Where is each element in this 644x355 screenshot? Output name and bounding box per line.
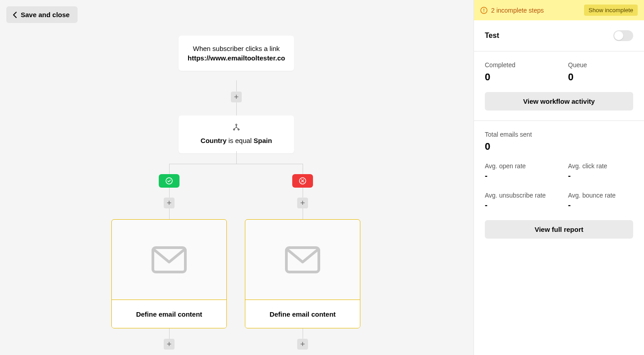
connector [169, 188, 170, 198]
trigger-link: https://www.emailtooltester.co [188, 53, 285, 63]
condition-text: Country is equal Spain [188, 137, 285, 144]
trigger-node[interactable]: When subscriber clicks a link https://ww… [179, 36, 294, 71]
view-activity-button[interactable]: View workflow activity [485, 92, 633, 111]
workflow-canvas: When subscriber clicks a link https://ww… [0, 0, 474, 355]
add-step-after-no-button[interactable]: + [297, 339, 308, 350]
open-rate-value: - [485, 171, 550, 181]
add-step-button[interactable]: + [231, 92, 242, 102]
test-toggle[interactable] [613, 30, 633, 41]
check-circle-icon [166, 177, 173, 184]
completed-value: 0 [485, 71, 550, 83]
add-step-no-button[interactable]: + [297, 198, 308, 208]
alert-message: 2 incomplete steps [491, 7, 544, 14]
test-label: Test [485, 32, 499, 40]
completed-label: Completed [485, 61, 550, 69]
condition-node[interactable]: Country is equal Spain [179, 115, 294, 153]
connector [169, 164, 170, 174]
connector [303, 188, 303, 198]
unsub-rate-label: Avg. unsubscribe rate [485, 192, 550, 199]
envelope-icon [285, 246, 320, 273]
bounce-rate-label: Avg. bounce rate [568, 192, 634, 199]
email-node-no[interactable]: Define email content [245, 219, 360, 328]
trigger-text: When subscriber clicks a link [188, 44, 285, 53]
activity-section: Completed 0 Queue 0 View workflow activi… [474, 51, 644, 121]
unsub-rate-value: - [485, 201, 550, 210]
report-section: Total emails sent 0 Avg. open rate - Avg… [474, 121, 644, 249]
split-icon [233, 124, 240, 131]
incomplete-alert: 2 incomplete steps Show incomplete [474, 0, 644, 20]
email-node-label: Define email content [112, 300, 226, 328]
branch-no-badge[interactable] [292, 174, 313, 188]
x-circle-icon [299, 177, 306, 184]
connector [169, 208, 170, 219]
connector [236, 102, 237, 115]
add-step-yes-button[interactable]: + [164, 198, 175, 208]
queue-value: 0 [568, 71, 634, 83]
view-report-button[interactable]: View full report [485, 220, 633, 239]
svg-point-1 [234, 129, 235, 130]
envelope-icon [152, 246, 187, 273]
branch-yes-badge[interactable] [159, 174, 179, 188]
bounce-rate-value: - [568, 201, 634, 210]
warning-icon [480, 7, 488, 14]
connector [303, 328, 303, 339]
svg-point-9 [483, 11, 484, 12]
svg-point-0 [236, 124, 237, 125]
email-preview [112, 220, 226, 300]
connector [236, 80, 237, 92]
svg-point-2 [238, 129, 239, 130]
click-rate-label: Avg. click rate [568, 162, 634, 170]
open-rate-label: Avg. open rate [485, 162, 550, 170]
connector [303, 164, 303, 174]
email-preview [245, 220, 360, 300]
add-step-after-yes-button[interactable]: + [164, 339, 175, 350]
total-emails-label: Total emails sent [485, 131, 633, 138]
connector [303, 208, 303, 219]
connector [169, 164, 303, 164]
connector [236, 151, 237, 164]
click-rate-value: - [568, 171, 634, 181]
sidebar: 2 incomplete steps Show incomplete Test … [474, 0, 644, 355]
connector [169, 328, 170, 339]
email-node-label: Define email content [245, 300, 360, 328]
email-node-yes[interactable]: Define email content [111, 219, 227, 328]
show-incomplete-button[interactable]: Show incomplete [584, 5, 638, 16]
total-emails-value: 0 [485, 141, 633, 152]
toggle-handle [614, 31, 623, 40]
test-section: Test [474, 20, 644, 51]
queue-label: Queue [568, 61, 634, 69]
